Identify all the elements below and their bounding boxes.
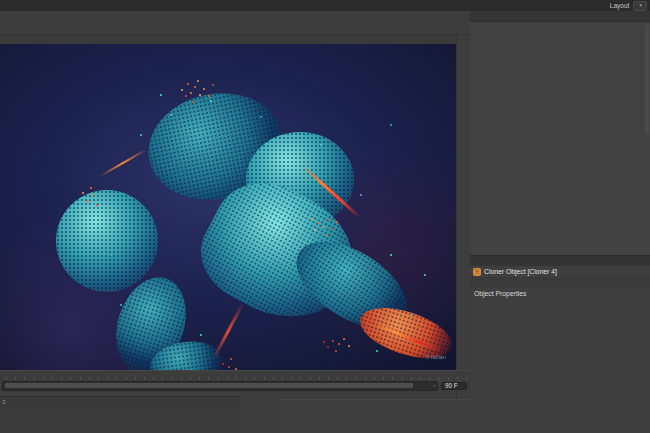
timeline-ruler[interactable] bbox=[0, 370, 470, 380]
artwork-head-blob bbox=[56, 190, 158, 292]
viewport-canvas[interactable]: © fabian bbox=[0, 44, 456, 370]
artwork-spark-cluster bbox=[92, 194, 94, 196]
hamburger-icon[interactable]: ≡ bbox=[0, 399, 8, 405]
attribute-title: Cloner Object [Cloner 4] bbox=[484, 268, 557, 275]
artwork-spark-cluster bbox=[318, 222, 320, 224]
attribute-panel: Object Properties bbox=[470, 288, 650, 433]
scroll-right-icon[interactable]: › bbox=[433, 382, 435, 389]
material-swatches bbox=[0, 407, 240, 433]
artwork-particle-scatter bbox=[140, 134, 142, 136]
timeline-scrub-row: ‹ › 90 F bbox=[0, 380, 470, 391]
material-manager-menu-bar: ≡ bbox=[0, 396, 240, 407]
cloner-icon: ⠿ bbox=[473, 268, 481, 276]
section-header: Object Properties bbox=[470, 288, 650, 299]
artwork-streak bbox=[99, 149, 147, 178]
layout-label: Layout bbox=[607, 0, 633, 11]
cinema4d-window: Layout ▼ © fabian ⠿ Clone bbox=[0, 0, 650, 433]
object-manager-menu-bar bbox=[470, 11, 650, 22]
viewport-watermark: © fabian bbox=[425, 354, 446, 360]
artwork-spark-cluster bbox=[190, 92, 192, 94]
timeline-scrollbar[interactable]: ‹ › bbox=[2, 381, 438, 391]
artwork-spark-cluster bbox=[332, 340, 334, 342]
attribute-title-row: ⠿ Cloner Object [Cloner 4] bbox=[470, 266, 650, 277]
object-manager bbox=[470, 11, 650, 255]
object-manager-scrollbar[interactable] bbox=[645, 24, 649, 134]
coordinate-manager bbox=[278, 399, 470, 433]
artwork-spark-cluster bbox=[228, 366, 230, 368]
attribute-tabs bbox=[470, 277, 650, 288]
timeline-scroll-handle[interactable] bbox=[5, 383, 413, 388]
artwork-streak bbox=[212, 303, 245, 361]
layout-selector[interactable]: ▼ bbox=[633, 1, 647, 11]
chevron-down-icon: ▼ bbox=[639, 2, 643, 10]
end-frame-field[interactable]: 90 F bbox=[441, 382, 467, 390]
